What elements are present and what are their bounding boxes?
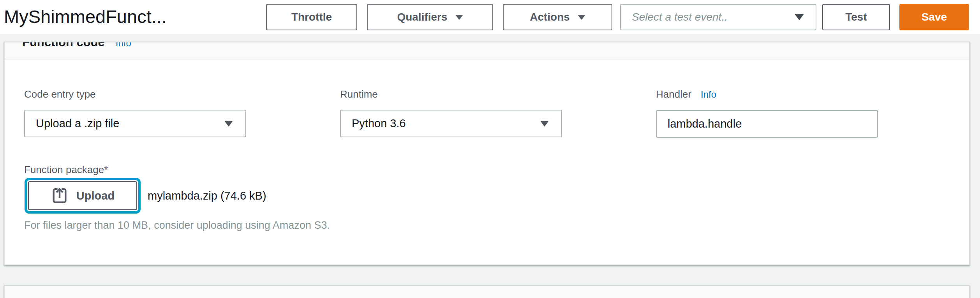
function-code-section: Function code Info Code entry type Uploa… (4, 42, 970, 265)
upload-icon (51, 187, 69, 205)
function-header-bar: MyShimmedFunct... Throttle Qualifiers Ac… (0, 0, 980, 34)
code-entry-type-select[interactable]: Upload a .zip file (24, 110, 246, 137)
handler-input[interactable] (656, 110, 878, 138)
function-package-label: Function package* (24, 164, 969, 175)
code-entry-type-value: Upload a .zip file (36, 117, 119, 130)
function-name-title: MyShimmedFunct... (4, 0, 167, 34)
function-code-heading: Function code (22, 42, 105, 49)
upload-button-label: Upload (76, 189, 115, 202)
next-section-card (4, 285, 970, 298)
caret-down-icon (224, 121, 233, 126)
throttle-button-label: Throttle (291, 11, 332, 23)
test-button-label: Test (845, 11, 867, 23)
function-code-section-body: Code entry type Upload a .zip file Runti… (5, 60, 969, 231)
runtime-value: Python 3.6 (352, 117, 406, 130)
test-event-placeholder: Select a test event.. (632, 11, 728, 23)
caret-down-icon (455, 15, 463, 20)
actions-dropdown-button[interactable]: Actions (503, 4, 612, 30)
caret-down-icon (578, 15, 585, 20)
qualifiers-button-label: Qualifiers (397, 11, 447, 23)
save-button-label: Save (922, 11, 947, 23)
caret-down-icon (795, 14, 804, 20)
function-code-info-link[interactable]: Info (116, 42, 131, 50)
test-button[interactable]: Test (822, 4, 890, 30)
upload-button[interactable]: Upload (28, 181, 137, 210)
test-event-select[interactable]: Select a test event.. (620, 4, 816, 30)
code-entry-type-label: Code entry type (24, 88, 246, 100)
handler-info-link[interactable]: Info (701, 89, 716, 100)
upload-helper-text: For files larger than 10 MB, consider up… (24, 219, 969, 231)
qualifiers-dropdown-button[interactable]: Qualifiers (367, 4, 493, 30)
function-code-section-header: Function code Info (5, 42, 969, 60)
uploaded-file-info: mylambda.zip (74.6 kB) (148, 189, 266, 202)
actions-button-label: Actions (530, 11, 570, 23)
runtime-select[interactable]: Python 3.6 (340, 110, 562, 137)
caret-down-icon (540, 121, 549, 126)
runtime-label: Runtime (340, 88, 562, 100)
save-button[interactable]: Save (899, 4, 969, 30)
handler-label: Handler (656, 88, 691, 100)
throttle-button[interactable]: Throttle (266, 4, 357, 30)
